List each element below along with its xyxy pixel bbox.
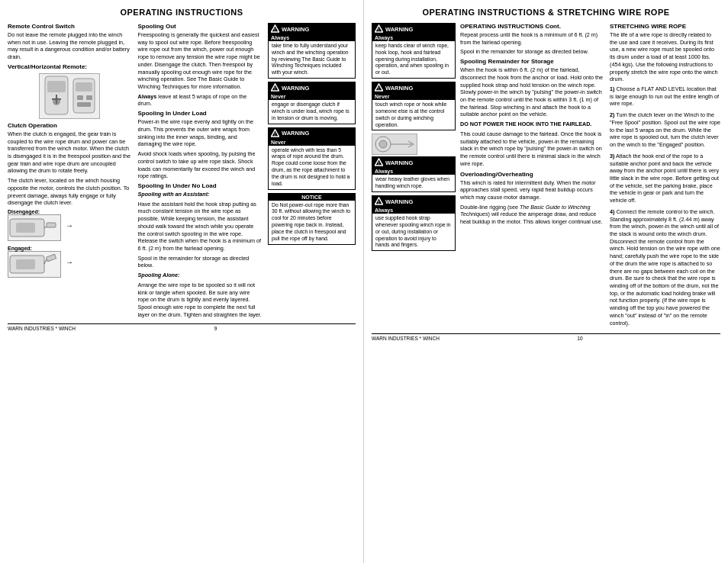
- right-footer-center: 10: [577, 336, 582, 341]
- engaged-image: [8, 251, 61, 278]
- left-col3-warnings: ! WARNING Always take time to fully unde…: [268, 23, 356, 320]
- svg-rect-9: [77, 102, 91, 107]
- spooling-remainder-heading: Spooling Remainder for Storage: [460, 58, 605, 65]
- right-warning-triangle-4: !: [375, 158, 383, 167]
- svg-rect-6: [76, 82, 92, 92]
- warning-header-1: ! WARNING: [269, 24, 355, 34]
- svg-rect-16: [46, 254, 56, 262]
- overloading-body1: This winch is rated for intermittent dut…: [460, 179, 605, 201]
- left-col2: Spooling Out Freespooling is generally t…: [138, 23, 263, 320]
- right-warning-box-5: ! WARNING Always use supplied hook strap…: [372, 195, 456, 251]
- stretching-heading: STRETCHING WIRE ROPE: [610, 23, 720, 30]
- right-warning-label-2: WARNING: [385, 85, 413, 92]
- svg-line-32: [408, 144, 414, 147]
- disengaged-label: Disengaged:: [8, 209, 61, 214]
- spooling-in-no-load-heading: Spooling In Under No Load: [138, 182, 263, 189]
- notice-box-1: NOTICE Do Not power-out rope more than 3…: [268, 193, 356, 245]
- step-4: 4) Connect the remote control to the win…: [610, 208, 720, 327]
- right-stretch-col: STRETCHING WIRE ROPE The life of a wire …: [610, 23, 720, 330]
- spooling-remainder-body: When the hook is within 6 ft. (2 m) of t…: [460, 66, 605, 118]
- warning-label-1: WARNING: [282, 26, 309, 33]
- spooling-subheading2: Spooling Alone:: [138, 272, 263, 279]
- right-warning-content-1: keep hands clear of winch rope, hook loo…: [372, 41, 455, 78]
- disengaged-row: Disengaged: →: [8, 209, 132, 241]
- spooling-in-load-heading: Spooling In Under Load: [138, 110, 263, 117]
- step-2: 2) Turn the clutch lever on the Winch to…: [610, 111, 720, 149]
- svg-rect-12: [47, 223, 56, 227]
- left-columns: Remote Control Switch Do not leave the r…: [8, 23, 356, 320]
- left-col1: Remote Control Switch Do not leave the r…: [8, 23, 132, 320]
- spooling-in-no-load-body2: Spool in the remainder for storage as di…: [138, 255, 263, 269]
- warning-label-3: WARNING: [282, 130, 309, 137]
- warning-box-2: ! WARNING Never engage or disengage clut…: [268, 82, 356, 124]
- do-not-power-body: This could cause damage to the fairlead.…: [460, 130, 605, 168]
- right-warning-label-4: WARNING: [385, 159, 413, 166]
- page-container: OPERATING INSTRUCTIONS Remote Control Sw…: [0, 0, 728, 563]
- right-warning-triangle-5: !: [375, 197, 383, 206]
- left-footer-left: WARN INDUSTRIES * WINCH: [8, 326, 76, 331]
- svg-text:!: !: [378, 161, 379, 166]
- svg-text:!: !: [378, 86, 379, 91]
- warning-box-3: ! WARNING Never operate winch with less …: [268, 127, 356, 190]
- do-not-power-text: DO NOT POWER THE HOOK INTO THE FAIRLEAD.: [460, 121, 605, 128]
- op-inst-cont-body1: Repeat process until the hook is a minim…: [460, 31, 605, 46]
- spooling-in-load-body2: Avoid shock loads when spooling, by puls…: [138, 150, 263, 180]
- warning-winch-image: [372, 134, 417, 155]
- right-main-col: OPERATING INSTRUCTIONS Cont. Repeat proc…: [460, 23, 605, 330]
- warning-triangle-1: !: [271, 24, 279, 34]
- step-1: 1) Choose a FLAT AND LEVEL location that…: [610, 85, 720, 108]
- notice-header-1: NOTICE: [269, 194, 355, 201]
- svg-point-29: [379, 140, 387, 148]
- warning-triangle-2: !: [271, 83, 279, 92]
- step-3: 3) Attach the hook end of the rope to a …: [610, 153, 720, 204]
- right-warning-header-5: ! WARNING: [372, 196, 455, 207]
- remote-control-body: Do not leave the remote plugged into the…: [8, 31, 132, 61]
- right-warning-header-2: ! WARNING: [372, 82, 455, 93]
- right-warning-label-1: WARNING: [385, 26, 413, 33]
- clutch-op-body1: When the clutch is engaged, the gear tra…: [8, 130, 132, 175]
- warning-box-1: ! WARNING Always take time to fully unde…: [268, 23, 356, 79]
- right-warning-subheader-2: Never: [372, 93, 455, 100]
- overloading-body2: Double-line rigging (see The Basic Guide…: [460, 204, 605, 226]
- right-warning-box-1: ! WARNING Always keep hands clear of win…: [372, 23, 456, 79]
- right-warning-box-4: ! WARNING Always wear heavy leather glov…: [372, 156, 456, 192]
- warning-header-3: ! WARNING: [269, 128, 355, 139]
- right-warning-triangle-1: !: [375, 24, 383, 34]
- right-footer: WARN INDUSTRIES * WINCH 10: [372, 333, 720, 341]
- warning-triangle-3: !: [271, 129, 279, 138]
- spooling-in-no-load-body1: Have the assistant hold the hook strap p…: [138, 201, 263, 253]
- warning-content-1: take time to fully understand your winch…: [269, 41, 355, 78]
- left-page: OPERATING INSTRUCTIONS Remote Control Sw…: [0, 0, 364, 563]
- warning-content-3: operate winch with less than 5 wraps of …: [269, 146, 355, 189]
- svg-rect-11: [16, 223, 35, 233]
- warning-subheader-2: Never: [269, 93, 355, 100]
- disengaged-arrow: →: [66, 221, 73, 230]
- right-warning-subheader-5: Always: [372, 207, 455, 214]
- remote-control-heading: Remote Control Switch: [8, 23, 132, 30]
- svg-rect-1: [47, 81, 66, 92]
- op-inst-cont-body2: Spool in the remainder for storage as di…: [460, 48, 605, 56]
- engaged-row: Engaged: →: [8, 246, 132, 278]
- spooling-out-heading: Spooling Out: [138, 23, 263, 30]
- right-warnings-col: ! WARNING Always keep hands clear of win…: [372, 23, 456, 330]
- warning-content-2: engage or disengage clutch if winch is u…: [269, 100, 355, 123]
- svg-rect-4: [56, 95, 57, 104]
- remote-image: [39, 73, 100, 119]
- spooling-out-body2: Always leave at least 5 wraps of rope on…: [138, 93, 263, 108]
- spooling-in-no-load-body3: Arrange the wire rope to be spooled so i…: [138, 282, 263, 319]
- right-warning-header-1: ! WARNING: [372, 24, 455, 34]
- svg-rect-15: [16, 259, 35, 269]
- left-page-title: OPERATING INSTRUCTIONS: [8, 8, 356, 17]
- vertical-horizontal-heading: Vertical/Horizontal Remote:: [8, 63, 132, 70]
- warning-subheader-3: Never: [269, 139, 355, 146]
- left-footer: WARN INDUSTRIES * WINCH 9: [8, 323, 356, 331]
- svg-text:!: !: [274, 86, 275, 91]
- right-warning-box-2: ! WARNING Never touch winch rope or hook…: [372, 82, 456, 130]
- notice-content-1: Do Not power-out rope more than 30 ft. w…: [269, 201, 355, 244]
- svg-rect-8: [86, 95, 92, 100]
- right-warning-subheader-4: Always: [372, 168, 455, 175]
- warning-label-2: WARNING: [282, 85, 309, 92]
- overloading-heading: Overloading/Overheating: [460, 171, 605, 178]
- svg-text:!: !: [378, 27, 379, 32]
- left-footer-center: 9: [214, 326, 217, 331]
